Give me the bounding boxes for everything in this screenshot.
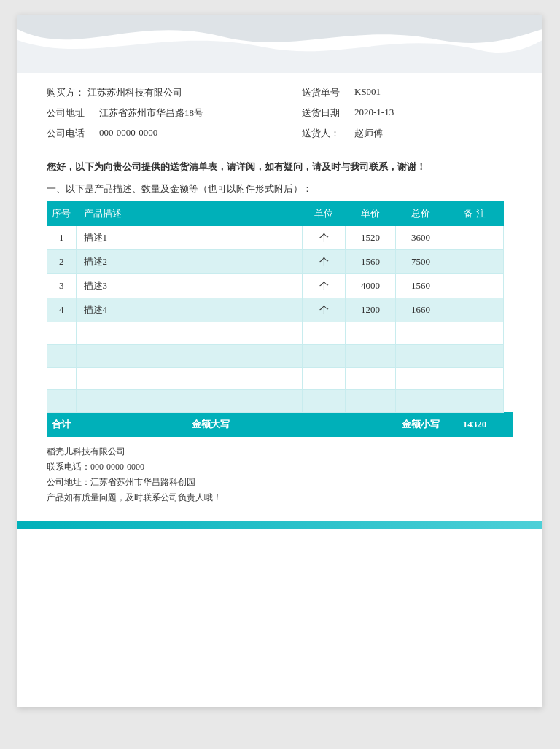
amount-small-value: 14320: [446, 413, 504, 437]
table-row: 1 描述1 个 1520 3600: [47, 226, 513, 250]
summary-label: 合计: [47, 413, 77, 437]
product-table-wrapper: 序号 产品描述 单位 单价 总价 备 注 1 描述1 个 1520 3600 2…: [18, 201, 542, 437]
bottom-bar: [18, 521, 542, 529]
document-page: 购买方： 江苏苏州科技有限公司 送货单号 KS001 公司地址 江苏省苏州市华昌…: [18, 15, 542, 707]
delivery-person-value: 赵师傅: [354, 127, 383, 140]
phone-label: 公司电话: [47, 127, 88, 140]
phone-value: 000-0000-0000: [99, 127, 158, 140]
buyer-label: 购买方：: [47, 86, 88, 99]
wave-header: [18, 15, 542, 73]
address-row: 公司地址 江苏省苏州市华昌路18号 送货日期 2020-1-13: [47, 106, 513, 120]
product-table: 序号 产品描述 单位 单价 总价 备 注 1 描述1 个 1520 3600 2…: [47, 201, 513, 437]
buyer-value: 江苏苏州科技有限公司: [88, 86, 182, 99]
header-unit: 单位: [303, 202, 346, 226]
buyer-row: 购买方： 江苏苏州科技有限公司 送货单号 KS001: [47, 86, 513, 99]
table-row: 2 描述2 个 1560 7500: [47, 250, 513, 274]
footer-info: 稻壳儿科技有限公司 联系电话：000-0000-0000 公司地址：江苏省苏州市…: [18, 437, 542, 514]
delivery-date-value: 2020-1-13: [354, 106, 394, 120]
delivery-no-value: KS001: [354, 86, 381, 99]
empty-table-row: [47, 345, 513, 368]
footer-company: 稻壳儿科技有限公司: [47, 446, 513, 458]
table-row: 3 描述3 个 4000 1560: [47, 274, 513, 298]
empty-table-row: [47, 390, 513, 413]
empty-table-row: [47, 322, 513, 345]
amount-text-label: 金额大写: [76, 413, 346, 437]
header-note: 备 注: [446, 202, 504, 226]
table-row: 4 描述4 个 1200 1660: [47, 298, 513, 322]
delivery-no-label: 送货单号: [302, 86, 343, 99]
section-title: 一、以下是产品描述、数量及金额等（也可以附件形式附后）：: [18, 178, 542, 201]
header-price: 单价: [346, 202, 396, 226]
footer-phone: 联系电话：000-0000-0000: [47, 461, 513, 473]
delivery-person-label: 送货人：: [302, 127, 343, 140]
address-label: 公司地址: [47, 106, 88, 120]
header-desc: 产品描述: [76, 202, 303, 226]
delivery-date-label: 送货日期: [302, 106, 343, 120]
summary-row: 合计 金额大写 金额小写 14320: [47, 413, 513, 437]
table-header-row: 序号 产品描述 单位 单价 总价 备 注: [47, 202, 513, 226]
empty-table-row: [47, 368, 513, 390]
footer-address: 公司地址：江苏省苏州市华昌路科创园: [47, 476, 513, 489]
header-seq: 序号: [47, 202, 77, 226]
footer-note: 产品如有质量问题，及时联系公司负责人哦！: [47, 492, 513, 504]
header-total: 总价: [396, 202, 446, 226]
greeting-text: 您好，以下为向贵公司提供的送货清单表，请详阅，如有疑问，请及时与我司联系，谢谢！: [18, 155, 542, 178]
address-value: 江苏省苏州市华昌路18号: [99, 106, 203, 120]
phone-row: 公司电话 000-0000-0000 送货人： 赵师傅: [47, 127, 513, 140]
amount-small-label: 金额小写: [396, 413, 446, 437]
info-section: 购买方： 江苏苏州科技有限公司 送货单号 KS001 公司地址 江苏省苏州市华昌…: [18, 73, 542, 155]
